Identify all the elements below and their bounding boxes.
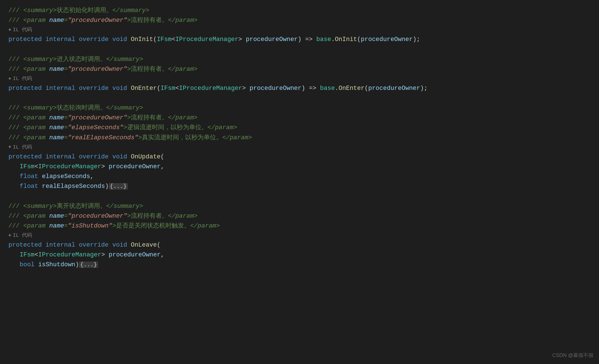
code-onupdate-2: IFsm<IProcedureManager> procedureOwner, xyxy=(8,162,591,172)
il-hint-onleave: ❖IL 代码 xyxy=(8,231,591,240)
code-onleave-2: IFsm<IProcedureManager> procedureOwner, xyxy=(8,250,591,260)
section-onenter: /// <summary>进入状态时调用。</summary> /// <par… xyxy=(8,54,591,93)
il-hint-text-4: IL 代码 xyxy=(13,231,32,240)
section-onupdate: /// <summary>状态轮询时调用。</summary> /// <par… xyxy=(8,103,591,191)
spacer-3 xyxy=(8,191,591,201)
il-hint-onupdate: ❖IL 代码 xyxy=(8,143,591,151)
spacer-2 xyxy=(8,93,591,103)
il-icon-4: ❖ xyxy=(8,232,11,239)
comment-summary-onenter: /// <summary>进入状态时调用。</summary> xyxy=(8,54,591,64)
code-onupdate-1: protected internal override void OnUpdat… xyxy=(8,152,591,162)
il-icon-3: ❖ xyxy=(8,144,11,151)
code-onleave-1: protected internal override void OnLeave… xyxy=(8,240,591,250)
il-hint-text-2: IL 代码 xyxy=(13,75,32,83)
code-oninit: protected internal override void OnInit(… xyxy=(8,35,591,44)
comment-param-onupdate-2: /// <param name="elapseSeconds">逻辑流逝时间，以… xyxy=(8,123,591,133)
section-onleave: /// <summary>离开状态时调用。</summary> /// <par… xyxy=(8,201,591,270)
watermark: CSDN @幕假不假 xyxy=(552,351,593,360)
il-hint-text-3: IL 代码 xyxy=(13,143,32,151)
comment-param-onleave-2: /// <param name="isShutdown">是否是关闭状态机时触发… xyxy=(8,221,591,231)
il-icon: ❖ xyxy=(8,26,11,34)
comment-summary-onleave: /// <summary>离开状态时调用。</summary> xyxy=(8,201,591,211)
comment-param-onupdate-1: /// <param name="procedureOwner">流程持有者。<… xyxy=(8,113,591,123)
comment-param-onupdate-3: /// <param name="realElapseSeconds">真实流逝… xyxy=(8,133,591,143)
code-onupdate-4: float realElapseSeconds){...} xyxy=(8,181,591,191)
comment-param-onleave-1: /// <param name="procedureOwner">流程持有者。<… xyxy=(8,211,591,221)
comment-summary-onupdate: /// <summary>状态轮询时调用。</summary> xyxy=(8,103,591,113)
il-icon-2: ❖ xyxy=(8,75,11,83)
code-onleave-3: bool isShutdown){...} xyxy=(8,260,591,270)
il-hint-oninit: ❖IL 代码 xyxy=(8,26,591,34)
code-onenter: protected internal override void OnEnter… xyxy=(8,83,591,93)
spacer-1 xyxy=(8,44,591,54)
comment-param-oninit: /// <param name="procedureOwner">流程持有者。<… xyxy=(8,15,591,25)
code-onupdate-3: float elapseSeconds, xyxy=(8,172,591,181)
comment-param-onenter: /// <param name="procedureOwner">流程持有者。<… xyxy=(8,64,591,74)
il-hint-onenter: ❖IL 代码 xyxy=(8,75,591,83)
il-hint-text: IL 代码 xyxy=(13,26,32,34)
section-oninit: /// <summary>状态初始化时调用。</summary> /// <pa… xyxy=(8,6,591,44)
comment-summary-oninit: /// <summary>状态初始化时调用。</summary> xyxy=(8,6,591,15)
code-editor: /// <summary>状态初始化时调用。</summary> /// <pa… xyxy=(0,0,599,364)
